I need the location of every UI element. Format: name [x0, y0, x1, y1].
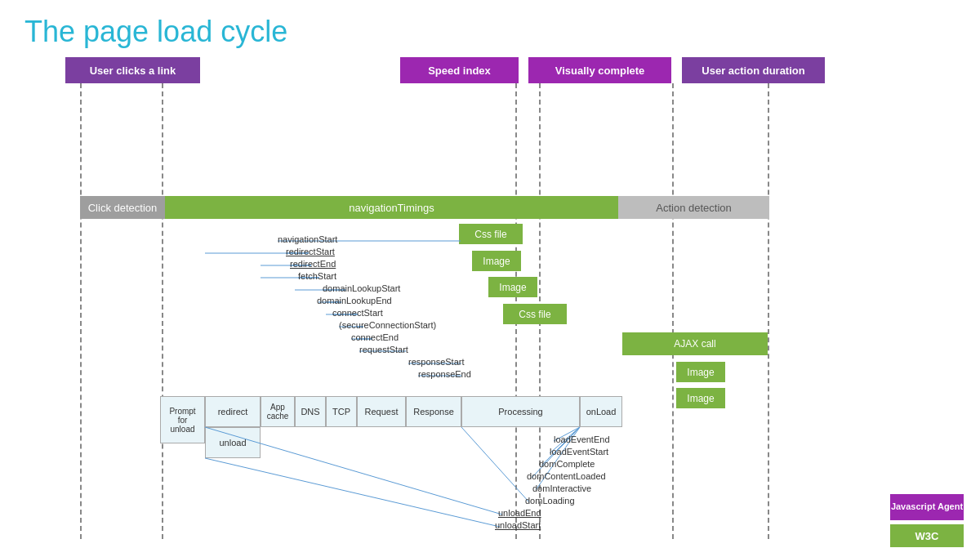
image-2: Image — [488, 277, 537, 297]
label-requestStart: requestStart — [359, 345, 408, 354]
label-domLoading: domLoading — [525, 496, 575, 506]
marker-speed-index: Speed index — [400, 57, 519, 83]
dashed-line-1 — [80, 83, 82, 539]
dns-box: DNS — [295, 396, 326, 427]
label-domContentLoaded: domContentLoaded — [527, 471, 606, 481]
label-redirectStart: redirectStart — [286, 247, 335, 256]
nav-timings-bar: navigationTimings — [165, 196, 618, 219]
label-connectStart: connectStart — [332, 308, 383, 318]
click-detection-bar: Click detection — [80, 196, 165, 219]
diagram-area: User clicks a link Speed index Visually … — [0, 57, 980, 539]
action-detection-bar: Action detection — [618, 196, 769, 219]
label-domInteractive: domInteractive — [532, 483, 591, 493]
label-redirectEnd: redirectEnd — [290, 259, 336, 269]
dashed-line-6 — [768, 83, 769, 539]
marker-user-clicks: User clicks a link — [65, 57, 200, 83]
label-domComplete: domComplete — [539, 459, 595, 469]
image-3: Image — [676, 362, 725, 382]
label-connectEnd: connectEnd — [351, 332, 399, 342]
css-file-1: Css file — [459, 224, 523, 244]
connecting-lines — [0, 57, 980, 539]
label-responseStart: responseStart — [408, 357, 464, 367]
tcp-box: TCP — [326, 396, 357, 427]
label-domainLookupEnd: domainLookupEnd — [317, 296, 392, 305]
legend-w3c: W3C — [890, 524, 964, 547]
marker-user-action-duration: User action duration — [682, 57, 825, 83]
label-loadEventEnd: loadEventEnd — [554, 434, 610, 444]
label-domainLookupStart: domainLookupStart — [323, 283, 400, 293]
ajax-call: AJAX call — [622, 332, 768, 355]
app-cache-box: Appcache — [261, 396, 295, 427]
label-fetchStart: fetchStart — [298, 271, 336, 281]
css-file-2: Css file — [503, 304, 567, 324]
prompt-unload-box: Promptforunload — [160, 396, 205, 443]
label-unloadEnd: unloadEnd — [498, 508, 541, 518]
request-box: Request — [357, 396, 406, 427]
marker-visually-complete: Visually complete — [528, 57, 671, 83]
label-secureConnectionStart: (secureConnectionStart) — [339, 320, 436, 330]
label-navigationStart: navigationStart — [278, 234, 337, 244]
redirect-box: redirect — [205, 396, 261, 427]
page-title: The page load cycle — [0, 0, 980, 57]
dashed-line-2 — [162, 83, 163, 539]
label-loadEventStart: loadEventStart — [550, 447, 608, 457]
label-unloadStart: unloadStart — [495, 520, 541, 530]
label-responseEnd: responseEnd — [418, 369, 471, 379]
processing-box: Processing — [461, 396, 580, 427]
response-box: Response — [406, 396, 461, 427]
dashed-line-5 — [672, 83, 674, 539]
legend-javascript-agent: Javascript Agent — [890, 494, 964, 520]
image-1: Image — [472, 251, 521, 271]
svg-line-19 — [205, 458, 500, 527]
onload-box: onLoad — [580, 396, 622, 427]
image-4: Image — [676, 388, 725, 408]
svg-line-17 — [461, 427, 529, 502]
unload-box: unload — [205, 427, 261, 458]
